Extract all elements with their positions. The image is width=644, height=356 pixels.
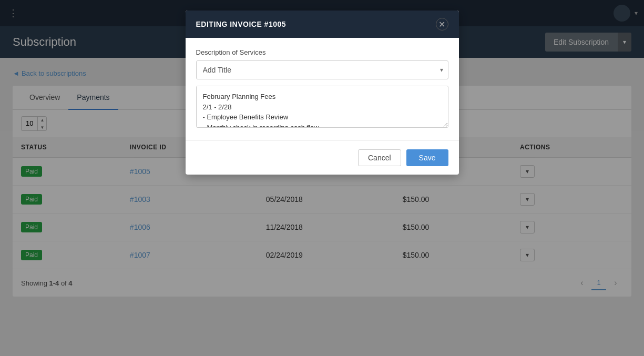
description-textarea[interactable] [196, 86, 448, 128]
save-button[interactable]: Save [406, 149, 448, 166]
modal-title: EDITING INVOICE #1005 [196, 20, 287, 28]
description-label: Description of Services [196, 48, 448, 56]
cancel-button[interactable]: Cancel [358, 149, 401, 166]
title-select-wrapper: Add Title ▾ [196, 60, 448, 79]
modal-header: EDITING INVOICE #1005 ✕ [186, 11, 459, 38]
title-select[interactable]: Add Title [196, 60, 448, 79]
modal-overlay: EDITING INVOICE #1005 ✕ Description of S… [0, 0, 644, 356]
modal: EDITING INVOICE #1005 ✕ Description of S… [186, 11, 459, 175]
modal-close-button[interactable]: ✕ [436, 18, 448, 30]
modal-footer: Cancel Save [186, 140, 459, 175]
modal-body: Description of Services Add Title ▾ [186, 38, 459, 140]
